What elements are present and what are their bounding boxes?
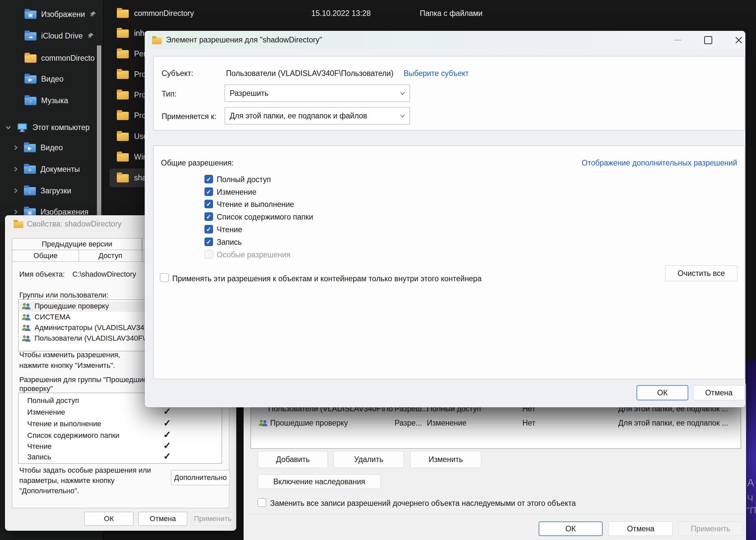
- file-date: 15.10.2022 13:28: [311, 9, 371, 18]
- background-window-strip: А Ч "П: [746, 360, 756, 540]
- sidebar-scrollbar[interactable]: [97, 46, 101, 215]
- group-row[interactable]: Пользователи (VLADISLAV340F\П: [21, 334, 150, 342]
- write-checkbox[interactable]: [205, 237, 213, 246]
- clipped-letter: А: [747, 476, 754, 489]
- videos-folder-icon: ▶: [24, 143, 36, 152]
- ok-button[interactable]: ОК: [538, 521, 603, 536]
- chevron-right-icon: [12, 187, 19, 195]
- group-row[interactable]: Администраторы (VLADISLAV340: [21, 324, 148, 332]
- folder-icon: [117, 132, 129, 141]
- folder-icon: [25, 54, 37, 63]
- advanced-button[interactable]: Дополнительно: [171, 470, 230, 485]
- sidebar-item-videos[interactable]: ▶ Видео: [25, 74, 64, 83]
- sidebar-item-label: Документы: [41, 165, 80, 174]
- full-control-checkbox[interactable]: [205, 175, 213, 184]
- sidebar-item-label: iCloud Drive: [41, 32, 82, 41]
- show-advanced-permissions-link[interactable]: Отображение дополнительных разрешений: [582, 159, 737, 168]
- sidebar-item-label: Изображени: [41, 10, 85, 19]
- replace-permissions-checkbox[interactable]: [257, 498, 266, 507]
- maximize-button[interactable]: [699, 34, 717, 47]
- user-group-icon: [258, 419, 268, 427]
- folder-icon: [152, 37, 162, 45]
- applies-to-dropdown[interactable]: Для этой папки, ее подпапок и файлов: [225, 107, 410, 124]
- tab-general[interactable]: Общие: [12, 250, 79, 262]
- chevron-down-icon: [399, 89, 406, 97]
- cancel-button[interactable]: Отмена: [138, 512, 187, 526]
- special-permissions-checkbox[interactable]: [205, 250, 213, 259]
- enable-inheritance-button[interactable]: Включение наследования: [258, 474, 380, 489]
- downloads-folder-icon: ↓: [24, 186, 36, 196]
- apply-button[interactable]: Применить: [192, 512, 233, 526]
- sidebar-item-pictures-pinned[interactable]: ▣ Изображени: [25, 10, 96, 19]
- permission-label: Изменение: [217, 188, 256, 197]
- applies-to-label: Применяется к:: [162, 112, 217, 121]
- folder-icon: [117, 49, 129, 59]
- tab-label: Доступ: [98, 251, 122, 260]
- dropdown-value: Для этой папки, ее подпапок и файлов: [229, 111, 367, 120]
- videos-folder-icon: ▶: [25, 74, 37, 83]
- sidebar-item-documents[interactable]: ≡ Документы: [12, 165, 80, 174]
- sidebar-item-icloud[interactable]: ☁ iCloud Drive: [25, 31, 94, 41]
- sidebar-item-label: commonDirecto: [41, 54, 94, 63]
- clear-all-button[interactable]: Очистить все: [665, 265, 737, 281]
- sidebar-item-label: Видео: [41, 74, 64, 83]
- permission-row: Запись: [27, 453, 51, 462]
- close-button[interactable]: [730, 34, 747, 47]
- apply-button[interactable]: Применить: [679, 521, 743, 536]
- minimize-button[interactable]: [669, 34, 686, 47]
- special-hint-line1: Чтобы задать особые разрешения или: [19, 466, 151, 474]
- permission-label: Особые разрешения: [217, 250, 290, 259]
- cancel-button[interactable]: Отмена: [693, 385, 745, 400]
- add-button[interactable]: Добавить: [258, 451, 328, 468]
- clipped-letter: "П: [746, 505, 756, 516]
- pictures-folder-icon: ▣: [25, 10, 37, 19]
- sidebar-item-label: Видео: [41, 143, 63, 152]
- permission-label: Полный доступ: [217, 175, 271, 184]
- footer-separator: [250, 514, 741, 514]
- permission-row: Изменение: [27, 408, 65, 417]
- read-execute-checkbox[interactable]: [205, 200, 213, 208]
- chevron-right-icon: [12, 166, 19, 173]
- sidebar-item-videos-child[interactable]: ▶ Видео: [12, 143, 63, 152]
- replace-permissions-label: Заменить все записи разрешений дочернего…: [270, 499, 576, 508]
- chevron-down-icon: [5, 124, 12, 131]
- ok-button[interactable]: ОК: [84, 512, 133, 526]
- group-row[interactable]: СИСТЕМА: [21, 313, 71, 322]
- close-icon: [735, 36, 743, 44]
- sidebar-item-this-pc[interactable]: Этот компьютер: [5, 122, 89, 132]
- sidebar-item-downloads[interactable]: ↓ Загрузки: [12, 186, 72, 196]
- list-folder-checkbox[interactable]: [205, 212, 213, 221]
- file-row-commondirectory[interactable]: commonDirectory: [117, 5, 194, 22]
- tab-label: Предыдущие версии: [42, 240, 112, 248]
- permission-label: Список содержимого папки: [217, 212, 313, 221]
- table-row[interactable]: Прошедшие проверку Разре... Изменение Не…: [251, 416, 741, 430]
- group-name: Пользователи (VLADISLAV340F\П: [35, 334, 150, 342]
- edit-hint-line2: нажмите кнопку "Изменить".: [19, 361, 115, 370]
- sidebar-item-music[interactable]: ♪ Музыка: [25, 96, 68, 105]
- cancel-button[interactable]: Отмена: [609, 521, 673, 536]
- ok-button[interactable]: ОК: [637, 385, 688, 400]
- tab-access[interactable]: Доступ: [78, 250, 142, 262]
- cell-inherited: Нет: [523, 419, 535, 428]
- checkmark-icon: [163, 451, 171, 462]
- checkmark-icon: [163, 418, 171, 429]
- modify-checkbox[interactable]: [205, 188, 213, 196]
- apply-to-container-checkbox[interactable]: [160, 273, 169, 282]
- read-checkbox[interactable]: [205, 225, 213, 233]
- special-hint-line3: "Дополнительно".: [19, 486, 79, 495]
- file-row[interactable]: inhe: [117, 25, 148, 42]
- chevron-right-icon: [12, 144, 19, 151]
- icloud-folder-icon: ☁: [25, 31, 37, 41]
- select-subject-link[interactable]: Выберите субъект: [403, 69, 469, 78]
- remove-button[interactable]: Удалить: [334, 451, 404, 468]
- groups-label: Группы или пользователи:: [19, 291, 108, 300]
- permission-label: Чтение: [217, 225, 242, 234]
- permission-label: Запись: [217, 238, 241, 247]
- group-row[interactable]: Прошедшие проверку: [21, 302, 109, 311]
- sidebar-item-commondirectory[interactable]: commonDirecto: [25, 54, 94, 63]
- type-dropdown[interactable]: Разрешить: [225, 84, 410, 102]
- tab-previous-versions[interactable]: Предыдущие версии: [12, 238, 142, 250]
- chevron-right-icon: [12, 208, 19, 215]
- edit-button[interactable]: Изменить: [410, 451, 481, 468]
- folder-icon: [117, 173, 129, 183]
